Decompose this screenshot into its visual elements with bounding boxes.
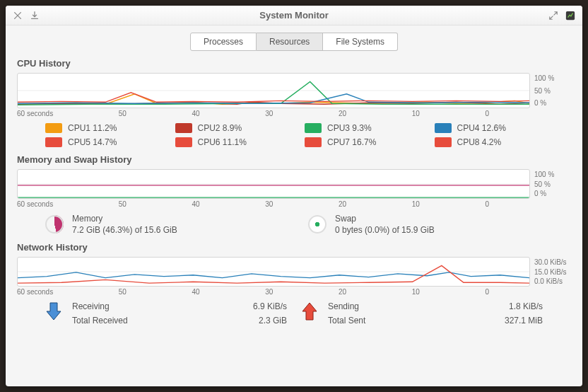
legend-cpu7[interactable]: CPU7 16.7%	[305, 137, 413, 147]
status-icon[interactable]	[565, 11, 575, 21]
network-sending: Sending1.8 KiB/s Total Sent327.1 MiB	[301, 301, 543, 325]
mem-section-title: Memory and Swap History	[17, 154, 571, 165]
swatch-icon	[435, 123, 452, 133]
swatch-icon	[175, 137, 192, 147]
swatch-icon	[305, 123, 322, 133]
cpu-section-title: CPU History	[17, 58, 571, 69]
memory-pie-icon	[45, 215, 64, 234]
memory-usage[interactable]: Memory 7.2 GiB (46.3%) of 15.6 GiB	[45, 214, 280, 235]
y-100: 100 %	[534, 74, 571, 82]
x-10: 10	[412, 110, 420, 117]
close-icon[interactable]	[13, 11, 23, 21]
legend-cpu5[interactable]: CPU5 14.7%	[45, 137, 154, 147]
swatch-icon	[435, 137, 452, 147]
tab-bar: Processes Resources File Systems	[6, 25, 582, 57]
swap-pie-icon	[308, 215, 327, 234]
cpu-legend: CPU1 11.2% CPU2 8.9% CPU3 9.3% CPU4 12.6…	[17, 117, 571, 153]
x-50: 50	[119, 110, 127, 117]
swap-usage[interactable]: Swap 0 bytes (0.0%) of 15.9 GiB	[308, 214, 543, 235]
x-40: 40	[192, 110, 200, 117]
legend-cpu2[interactable]: CPU2 8.9%	[175, 123, 284, 133]
swatch-icon	[175, 123, 192, 133]
legend-cpu4[interactable]: CPU4 12.6%	[435, 123, 543, 133]
send-rate: 1.8 KiB/s	[509, 301, 543, 311]
recv-rate: 6.9 KiB/s	[253, 301, 287, 311]
legend-cpu6[interactable]: CPU6 11.1%	[175, 137, 284, 147]
app-window: System Monitor Processes Resources File …	[6, 6, 582, 386]
tab-resources[interactable]: Resources	[257, 33, 323, 51]
titlebar: System Monitor	[6, 6, 582, 25]
x-0: 0	[485, 110, 489, 117]
legend-cpu8[interactable]: CPU8 4.2%	[435, 137, 543, 147]
recv-total: 2.3 GiB	[259, 316, 287, 325]
net-section-title: Network History	[17, 242, 571, 253]
tab-processes[interactable]: Processes	[190, 33, 257, 51]
download-icon[interactable]	[30, 11, 40, 21]
maximize-icon[interactable]	[548, 11, 558, 21]
y-0: 0 %	[534, 99, 571, 107]
send-total: 327.1 MiB	[505, 316, 543, 325]
content: CPU History 60 seconds 50 40 30 20	[6, 57, 582, 386]
x-20: 20	[339, 110, 346, 117]
cpu-chart	[17, 73, 530, 108]
up-arrow-icon	[301, 301, 318, 321]
swatch-icon	[45, 123, 62, 133]
net-chart	[17, 257, 530, 287]
tab-file-systems[interactable]: File Systems	[323, 33, 398, 51]
swatch-icon	[305, 137, 322, 147]
x-30: 30	[265, 110, 273, 117]
down-arrow-icon	[45, 301, 62, 321]
mem-chart	[17, 169, 530, 199]
swatch-icon	[45, 137, 62, 147]
y-50: 50 %	[534, 87, 571, 95]
legend-cpu3[interactable]: CPU3 9.3%	[305, 123, 413, 133]
network-receiving: Receiving6.9 KiB/s Total Received2.3 GiB	[45, 301, 287, 325]
x-60: 60 seconds	[17, 110, 53, 117]
window-title: System Monitor	[40, 10, 548, 21]
legend-cpu1[interactable]: CPU1 11.2%	[45, 123, 154, 133]
